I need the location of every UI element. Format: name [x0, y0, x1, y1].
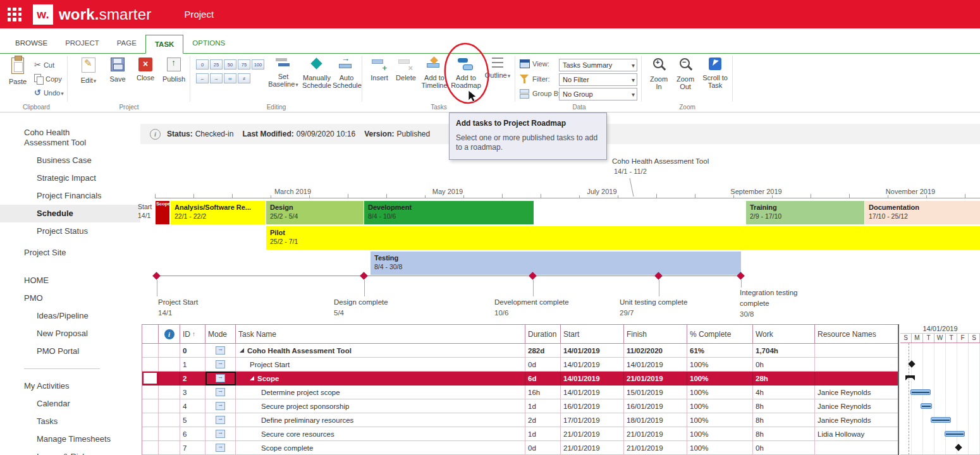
task-mode-cell[interactable]	[205, 399, 236, 413]
work-cell[interactable]: 28h	[753, 372, 815, 385]
edit-button[interactable]: Edit	[75, 56, 102, 85]
task-name-cell[interactable]: Secure project sponsorship	[236, 399, 525, 413]
publish-button[interactable]: Publish	[159, 56, 188, 83]
set-baseline-button[interactable]: Set Baseline	[268, 56, 298, 88]
finish-cell[interactable]: 11/02/2020	[624, 344, 687, 358]
tab-project[interactable]: PROJECT	[56, 34, 108, 53]
table-gantt-splitter[interactable]	[898, 324, 899, 455]
header-mode[interactable]: Mode	[205, 325, 236, 344]
start-cell[interactable]: 21/01/2019	[561, 427, 624, 441]
sidebar-item-project-site[interactable]: Project Site	[0, 244, 140, 262]
table-row[interactable]: 6 Secure core resources 1d 21/01/2019 21…	[142, 427, 898, 441]
auto-schedule-button[interactable]: Auto Schedule	[333, 56, 360, 89]
tab-page[interactable]: PAGE	[108, 34, 145, 53]
work-cell[interactable]: 8h	[753, 413, 815, 427]
add-to-roadmap-button[interactable]: Add to Roadmap	[450, 56, 482, 89]
sidebar-item-new-proposal[interactable]: New Proposal	[0, 325, 140, 343]
start-cell[interactable]: 17/01/2019	[561, 413, 624, 427]
table-row-selected[interactable]: 2 Scope 6d 14/01/2019 21/01/2019 100% 28…	[142, 372, 898, 385]
timeline-bar-pilot[interactable]: Pilot 25/2 - 7/1	[266, 226, 980, 250]
pct-complete-cell[interactable]: 100%	[687, 413, 753, 427]
pct-complete-cell[interactable]: 61%	[687, 344, 753, 358]
collapse-icon[interactable]	[250, 376, 254, 380]
sidebar-item-manage-timesheets[interactable]: Manage Timesheets	[0, 430, 140, 448]
header-pct-complete[interactable]: % Complete	[687, 325, 753, 344]
finish-cell[interactable]: 16/01/2019	[624, 399, 687, 413]
percent-75-button[interactable]: 75	[238, 59, 250, 70]
header-duration[interactable]: Duration	[525, 325, 561, 344]
task-name-cell[interactable]: Secure core resources	[236, 427, 525, 441]
work-cell[interactable]: 8h	[753, 399, 815, 413]
timeline-bar-design[interactable]: Design 25/2 - 5/4	[266, 201, 364, 224]
group-by-dropdown[interactable]: No Group	[559, 88, 637, 100]
task-mode-cell[interactable]	[205, 358, 236, 372]
duration-cell[interactable]: 0d	[525, 441, 561, 455]
table-row[interactable]: 4 Secure project sponsorship 1d 16/01/20…	[142, 399, 898, 413]
sidebar-item-home[interactable]: HOME	[0, 272, 140, 289]
percent-100-button[interactable]: 100	[252, 59, 264, 70]
close-button[interactable]: Close	[132, 56, 159, 82]
finish-cell[interactable]: 15/01/2019	[624, 385, 687, 399]
finish-cell[interactable]: 21/01/2019	[624, 372, 687, 385]
milestone-diamond[interactable]	[152, 272, 161, 280]
outdent-button[interactable]: ←	[196, 73, 209, 83]
zoom-in-button[interactable]: + Zoom In	[646, 56, 671, 90]
table-row[interactable]: 3 Determine project scope 16h 14/01/2019…	[142, 385, 898, 399]
resource-cell[interactable]	[815, 358, 898, 372]
start-cell[interactable]: 14/01/2019	[561, 372, 624, 385]
timeline-bar-training[interactable]: Training 2/9 - 17/10	[746, 201, 864, 224]
finish-cell[interactable]: 21/01/2019	[624, 427, 687, 441]
sidebar-item-schedule[interactable]: Schedule	[0, 205, 140, 222]
timeline-bar-development[interactable]: Development 8/4 - 10/6	[364, 201, 534, 224]
pct-complete-cell[interactable]: 100%	[687, 427, 753, 441]
work-cell[interactable]: 0h	[753, 441, 815, 455]
undo-button[interactable]: Undo	[34, 88, 64, 97]
percent-25-button[interactable]: 25	[210, 59, 223, 70]
header-resource-names[interactable]: Resource Names	[815, 325, 898, 344]
work-cell[interactable]: 1,704h	[753, 344, 815, 358]
pct-complete-cell[interactable]: 100%	[687, 372, 753, 385]
start-cell[interactable]: 14/01/2019	[561, 344, 624, 358]
work-cell[interactable]: 0h	[753, 358, 815, 372]
work-cell[interactable]: 8h	[753, 427, 815, 441]
table-row[interactable]: 7 Scope complete 0d 21/01/2019 21/01/201…	[142, 441, 898, 455]
table-row[interactable]: 5 Define preliminary resources 2d 17/01/…	[142, 413, 898, 427]
sidebar-item-project-financials[interactable]: Project Financials	[0, 187, 140, 205]
sidebar-item-issues-risks[interactable]: Issues & Risks	[0, 448, 140, 455]
table-row[interactable]: 0 Coho Health Assessment Tool 282d 14/01…	[142, 344, 898, 358]
task-mode-cell[interactable]	[205, 344, 236, 358]
sidebar-item-tasks[interactable]: Tasks	[0, 413, 140, 430]
outline-button[interactable]: Outline	[483, 56, 512, 80]
filter-dropdown[interactable]: No Filter	[559, 73, 637, 86]
start-cell[interactable]: 14/01/2019	[561, 385, 624, 399]
tab-task[interactable]: TASK	[145, 35, 183, 54]
cut-button[interactable]: Cut	[34, 60, 54, 70]
task-mode-cell[interactable]	[205, 372, 236, 385]
gantt-milestone-diamond[interactable]	[908, 360, 915, 367]
duration-cell[interactable]: 2d	[525, 413, 561, 427]
view-dropdown[interactable]: Tasks Summary	[559, 59, 637, 71]
header-id[interactable]: ID↑	[180, 325, 205, 344]
row-selector[interactable]	[142, 441, 159, 455]
copy-button[interactable]: Copy	[34, 74, 62, 84]
timeline-bar-analysis[interactable]: Analysis/Software Re... 22/1 - 22/2	[171, 201, 266, 224]
row-selector[interactable]	[142, 413, 159, 427]
duration-cell[interactable]: 0d	[525, 358, 561, 372]
sidebar-item-coho-health[interactable]: Coho Health Assessment Tool	[0, 124, 140, 152]
row-selector[interactable]	[142, 358, 159, 372]
finish-cell[interactable]: 18/01/2019	[624, 413, 687, 427]
timeline-bar-scope[interactable]: Scope	[156, 201, 169, 224]
finish-cell[interactable]: 21/01/2019	[624, 441, 687, 455]
gantt-bar[interactable]	[945, 431, 965, 437]
sidebar-item-my-activities[interactable]: My Activities	[0, 377, 140, 395]
duration-cell[interactable]: 1d	[525, 399, 561, 413]
sidebar-item-strategic-impact[interactable]: Strategic Impact	[0, 169, 140, 187]
sidebar-item-calendar[interactable]: Calendar	[0, 395, 140, 413]
pct-complete-cell[interactable]: 100%	[687, 441, 753, 455]
duration-cell[interactable]: 16h	[525, 385, 561, 399]
gantt-bar[interactable]	[931, 417, 951, 423]
manually-schedule-button[interactable]: Manually Schedule	[301, 56, 333, 89]
resource-cell[interactable]: Janice Reynolds	[815, 385, 898, 399]
timeline-bar-documentation[interactable]: Documentation 17/10 - 25/12	[865, 201, 980, 224]
header-work[interactable]: Work	[753, 325, 815, 344]
